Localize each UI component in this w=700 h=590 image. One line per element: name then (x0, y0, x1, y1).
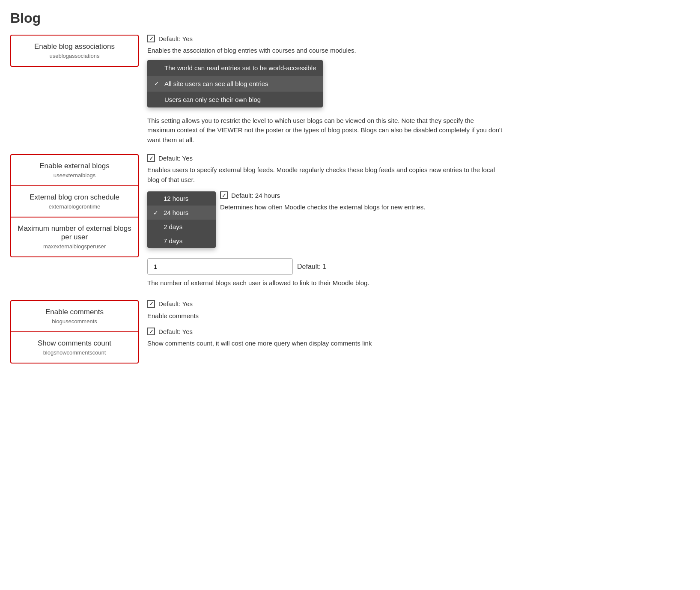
cron-24h-label: 24 hours (164, 209, 188, 216)
show-comments-count-key: blogshowcommentscount (16, 349, 133, 356)
show-comments-count-label: Show comments count (16, 339, 133, 348)
max-external-blogs-input[interactable] (147, 258, 293, 275)
cron-2d[interactable]: 2 days (147, 220, 216, 234)
dropdown-item-own[interactable]: Users can only see their own blog (147, 92, 323, 107)
check-mark-site: ✓ (154, 80, 161, 87)
page-title: Blog (10, 10, 503, 26)
external-blog-cron-key: externalblogcrontime (16, 203, 133, 210)
show-comments-count-checkbox[interactable]: ✓ (147, 328, 155, 335)
enable-blog-associations-checkbox[interactable]: ✓ (147, 35, 155, 42)
enable-comments-checkbox[interactable]: ✓ (147, 300, 155, 308)
cron-7d[interactable]: 7 days (147, 234, 216, 248)
external-blog-cron-default: Default: 24 hours (231, 192, 280, 199)
max-external-blogs-key: maxexternalblogsperuser (16, 243, 133, 250)
enable-external-blogs-description: Enables users to specify external blog f… (147, 165, 503, 185)
enable-external-blogs-default: Default: Yes (158, 155, 193, 162)
dropdown-item-own-label: Users can only see their own blog (164, 96, 261, 103)
enable-comments-label: Enable comments (16, 308, 133, 316)
show-comments-count-description: Show comments count, it will cost one mo… (147, 339, 503, 349)
cron-schedule-dropdown[interactable]: 12 hours ✓ 24 hours 2 days 7 days (147, 191, 216, 248)
cron-12h-label: 12 hours (164, 195, 188, 202)
enable-blog-associations-key: useblogassociations (16, 53, 133, 59)
dropdown-item-world[interactable]: The world can read entries set to be wor… (147, 60, 323, 76)
blog-visibility-description: This setting allows you to restrict the … (147, 116, 503, 145)
check-mark-24h: ✓ (153, 209, 160, 216)
enable-external-blogs-key: useexternalblogs (16, 172, 133, 179)
dropdown-item-site-label: All site users can see all blog entries (164, 80, 268, 87)
enable-blog-associations-default: Default: Yes (158, 35, 193, 42)
max-external-blogs-default: Default: 1 (297, 263, 326, 271)
enable-comments-default: Default: Yes (158, 300, 193, 307)
blog-visibility-dropdown[interactable]: The world can read entries set to be wor… (147, 60, 323, 107)
dropdown-item-site[interactable]: ✓ All site users can see all blog entrie… (147, 76, 323, 92)
show-comments-count-default: Default: Yes (158, 328, 193, 335)
enable-blog-associations-description: Enables the association of blog entries … (147, 46, 503, 56)
external-blog-cron-checkbox[interactable]: ✓ (220, 191, 228, 199)
dropdown-item-world-label: The world can read entries set to be wor… (164, 64, 316, 72)
enable-external-blogs-label: Enable external blogs (16, 162, 133, 170)
cron-12h[interactable]: 12 hours (147, 191, 216, 206)
enable-comments-description: Enable comments (147, 311, 503, 321)
cron-7d-label: 7 days (164, 237, 182, 244)
max-external-blogs-label: Maximum number of external blogs per use… (16, 224, 133, 241)
cron-24h[interactable]: ✓ 24 hours (147, 206, 216, 220)
external-blog-cron-label: External blog cron schedule (16, 193, 133, 202)
max-external-blogs-description: The number of external blogs each user i… (147, 278, 503, 288)
external-blog-cron-description: Determines how often Moodle checks the e… (220, 203, 425, 212)
enable-external-blogs-checkbox[interactable]: ✓ (147, 154, 155, 162)
enable-blog-associations-label: Enable blog associations (16, 42, 133, 51)
cron-2d-label: 2 days (164, 223, 182, 230)
enable-comments-key: blogusecomments (16, 318, 133, 325)
